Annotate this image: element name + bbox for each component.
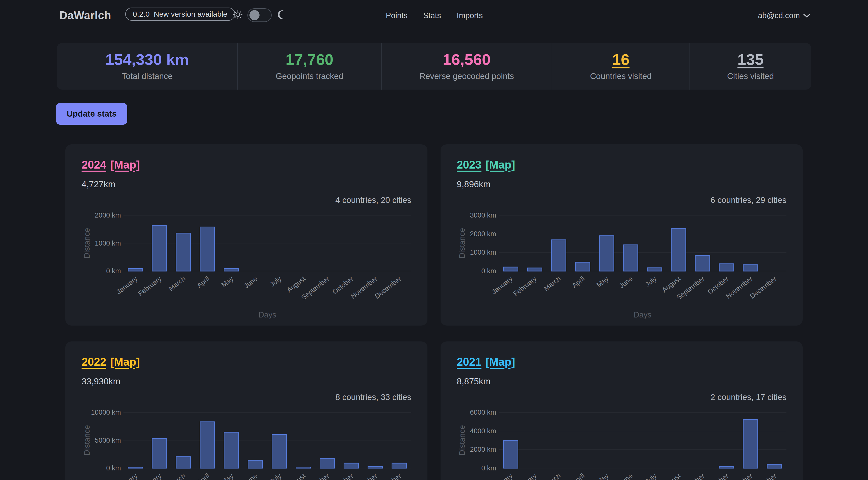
svg-text:April: April	[570, 472, 586, 480]
svg-text:0 km: 0 km	[106, 267, 121, 275]
user-menu[interactable]: ab@cd.com	[758, 11, 810, 20]
svg-text:May: May	[595, 472, 610, 480]
card-title-row: 2023 [Map]	[457, 159, 515, 171]
year-summary: 4 countries, 20 cities	[335, 195, 411, 205]
map-link-2023[interactable]: [Map]	[486, 159, 515, 171]
svg-text:January: January	[115, 275, 139, 296]
stat-cities-link[interactable]: 135	[738, 52, 764, 67]
year-link-2024[interactable]: 2024	[82, 159, 106, 171]
svg-text:2000 km: 2000 km	[470, 230, 496, 238]
stat-value: 16,560	[443, 52, 491, 67]
svg-text:March: March	[167, 472, 187, 480]
svg-text:July: July	[269, 472, 283, 480]
stat-cities-visited: 135 Cities visited	[689, 43, 811, 90]
nav-item-imports[interactable]: Imports	[457, 11, 483, 20]
distance-bar-chart-2024: 0 km1000 km2000 kmJanuaryFebruaryMarchAp…	[83, 207, 419, 321]
nav-item-points[interactable]: Points	[386, 11, 407, 20]
toggle-knob	[249, 10, 259, 20]
svg-text:Distance: Distance	[458, 425, 467, 455]
svg-text:May: May	[595, 275, 610, 289]
nav-item-stats[interactable]: Stats	[423, 11, 441, 20]
svg-text:December: December	[373, 472, 403, 480]
top-header: DaWarIch 0.2.0 New version available Poi…	[0, 0, 868, 33]
stat-label: Total distance	[122, 71, 173, 81]
svg-text:June: June	[618, 472, 634, 480]
stat-value: 154,330 km	[105, 52, 189, 67]
svg-text:2000 km: 2000 km	[95, 212, 121, 219]
svg-text:January: January	[490, 472, 514, 480]
svg-text:May: May	[220, 472, 235, 480]
user-email: ab@cd.com	[758, 11, 800, 20]
year-summary: 6 countries, 29 cities	[710, 195, 786, 205]
theme-toggle[interactable]	[247, 8, 272, 22]
svg-text:November: November	[724, 472, 754, 480]
svg-text:July: July	[644, 472, 658, 480]
svg-text:Distance: Distance	[458, 228, 467, 258]
svg-text:October: October	[331, 472, 355, 480]
moon-icon	[277, 9, 287, 21]
svg-text:December: December	[749, 275, 778, 300]
svg-text:February: February	[512, 472, 538, 480]
svg-text:April: April	[570, 275, 586, 289]
map-link-2021[interactable]: [Map]	[486, 356, 515, 368]
year-card-2021: 2021 [Map] 8,875km 2 countries, 17 citie…	[440, 342, 803, 480]
svg-text:November: November	[349, 275, 379, 300]
stat-countries-visited: 16 Countries visited	[552, 43, 689, 90]
svg-text:December: December	[373, 275, 403, 300]
svg-text:5000 km: 5000 km	[95, 437, 121, 444]
year-link-2022[interactable]: 2022	[82, 356, 106, 368]
year-link-2021[interactable]: 2021	[457, 356, 482, 368]
svg-text:February: February	[137, 472, 163, 480]
year-card-2024: 2024 [Map] 4,727km 4 countries, 20 citie…	[65, 145, 428, 325]
main-nav: Points Stats Imports	[386, 11, 483, 20]
svg-text:1000 km: 1000 km	[95, 239, 121, 247]
year-total-distance: 33,930km	[82, 376, 120, 386]
svg-text:Distance: Distance	[83, 228, 91, 258]
svg-text:August: August	[285, 275, 307, 294]
svg-text:0 km: 0 km	[481, 465, 496, 472]
year-summary: 2 countries, 17 cities	[710, 392, 786, 402]
year-total-distance: 9,896km	[457, 179, 491, 189]
svg-text:February: February	[512, 275, 538, 297]
stat-countries-link[interactable]: 16	[612, 52, 630, 67]
map-link-2022[interactable]: [Map]	[110, 356, 140, 368]
svg-text:January: January	[115, 472, 139, 480]
year-link-2023[interactable]: 2023	[457, 159, 482, 171]
card-title-row: 2021 [Map]	[457, 356, 515, 368]
card-title-row: 2022 [Map]	[82, 356, 140, 368]
version-number: 0.2.0	[133, 10, 150, 19]
svg-text:Days: Days	[634, 311, 652, 319]
map-link-2024[interactable]: [Map]	[110, 159, 140, 171]
stat-value: 17,760	[285, 52, 334, 67]
svg-text:November: November	[724, 275, 754, 300]
svg-text:October: October	[706, 472, 730, 480]
stat-reverse-geocoded: 16,560 Reverse geocoded points	[381, 43, 552, 90]
distance-bar-chart-2022: 0 km5000 km10000 kmJanuaryFebruaryMarchA…	[83, 405, 419, 480]
year-card-2022: 2022 [Map] 33,930km 8 countries, 33 citi…	[65, 342, 428, 480]
svg-text:June: June	[243, 275, 259, 290]
svg-text:August: August	[285, 472, 307, 480]
svg-text:March: March	[542, 275, 562, 292]
svg-text:3000 km: 3000 km	[470, 212, 496, 219]
card-title-row: 2024 [Map]	[82, 159, 140, 171]
svg-text:Distance: Distance	[83, 425, 91, 455]
svg-text:November: November	[349, 472, 379, 480]
year-summary: 8 countries, 33 cities	[335, 392, 411, 402]
update-stats-button[interactable]: Update stats	[56, 103, 127, 125]
distance-bar-chart-2021: 0 km2000 km4000 km6000 kmJanuaryFebruary…	[458, 405, 794, 480]
version-badge[interactable]: 0.2.0 New version available	[125, 7, 235, 21]
svg-text:June: June	[243, 472, 259, 480]
stat-label: Cities visited	[727, 71, 774, 81]
year-total-distance: 8,875km	[457, 376, 491, 386]
sun-icon	[233, 9, 243, 21]
svg-text:0 km: 0 km	[481, 267, 496, 275]
stat-label: Geopoints tracked	[276, 71, 343, 81]
chevron-down-icon	[803, 13, 810, 18]
svg-text:0 km: 0 km	[106, 465, 121, 472]
svg-text:June: June	[618, 275, 634, 290]
svg-text:April: April	[195, 275, 211, 289]
svg-text:July: July	[644, 275, 658, 288]
svg-text:August: August	[660, 472, 682, 480]
svg-text:April: April	[195, 472, 211, 480]
svg-text:May: May	[220, 275, 235, 289]
